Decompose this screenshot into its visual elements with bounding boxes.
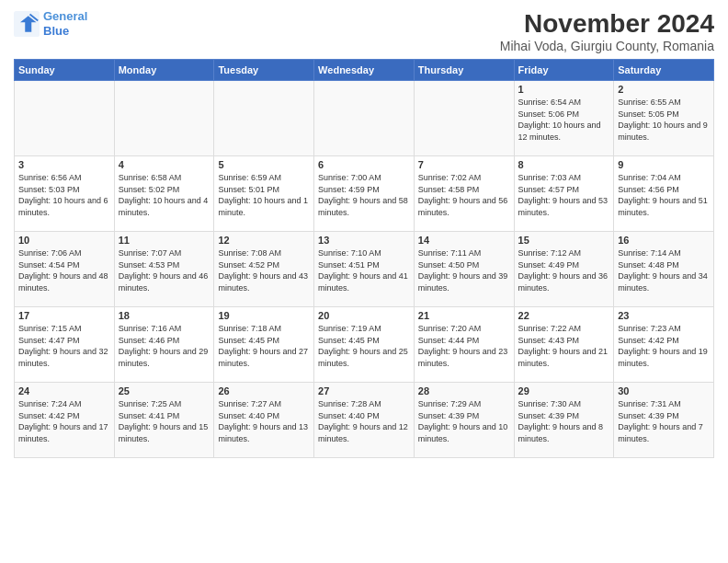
- day-number: 12: [218, 235, 310, 246]
- logo: General Blue: [14, 9, 87, 38]
- day-number: 26: [218, 385, 310, 396]
- col-monday: Monday: [114, 60, 214, 81]
- logo-general: General: [43, 9, 87, 23]
- day-number: 7: [418, 159, 510, 170]
- day-info: Sunrise: 7:29 AM Sunset: 4:39 PM Dayligh…: [418, 398, 510, 444]
- day-info: Sunrise: 7:00 AM Sunset: 4:59 PM Dayligh…: [318, 172, 410, 218]
- day-info: Sunrise: 6:55 AM Sunset: 5:05 PM Dayligh…: [618, 97, 710, 143]
- cell-w1-d6: 1Sunrise: 6:54 AM Sunset: 5:06 PM Daylig…: [514, 81, 614, 156]
- day-info: Sunrise: 7:30 AM Sunset: 4:39 PM Dayligh…: [518, 398, 610, 444]
- cell-w5-d2: 25Sunrise: 7:25 AM Sunset: 4:41 PM Dayli…: [114, 383, 214, 458]
- cell-w4-d4: 20Sunrise: 7:19 AM Sunset: 4:45 PM Dayli…: [314, 307, 415, 383]
- cell-w5-d3: 26Sunrise: 7:27 AM Sunset: 4:40 PM Dayli…: [214, 383, 314, 458]
- cell-w4-d6: 22Sunrise: 7:22 AM Sunset: 4:43 PM Dayli…: [514, 307, 614, 383]
- cell-w2-d4: 6Sunrise: 7:00 AM Sunset: 4:59 PM Daylig…: [314, 156, 415, 232]
- day-info: Sunrise: 7:14 AM Sunset: 4:48 PM Dayligh…: [618, 247, 710, 293]
- col-tuesday: Tuesday: [214, 60, 314, 81]
- day-number: 13: [318, 235, 410, 246]
- day-number: 14: [418, 235, 510, 246]
- day-info: Sunrise: 7:11 AM Sunset: 4:50 PM Dayligh…: [418, 247, 510, 293]
- day-info: Sunrise: 6:56 AM Sunset: 5:03 PM Dayligh…: [18, 172, 110, 218]
- week-row-3: 10Sunrise: 7:06 AM Sunset: 4:54 PM Dayli…: [15, 232, 714, 307]
- day-number: 11: [119, 235, 210, 246]
- logo-text: General Blue: [43, 9, 87, 38]
- cell-w1-d4: [314, 81, 415, 156]
- day-info: Sunrise: 7:04 AM Sunset: 4:56 PM Dayligh…: [618, 172, 710, 218]
- cell-w1-d2: [114, 81, 214, 156]
- col-saturday: Saturday: [614, 60, 714, 81]
- cell-w1-d3: [214, 81, 314, 156]
- cell-w4-d7: 23Sunrise: 7:23 AM Sunset: 4:42 PM Dayli…: [614, 307, 714, 383]
- day-info: Sunrise: 7:08 AM Sunset: 4:52 PM Dayligh…: [218, 247, 310, 293]
- cell-w2-d1: 3Sunrise: 6:56 AM Sunset: 5:03 PM Daylig…: [15, 156, 115, 232]
- cell-w4-d5: 21Sunrise: 7:20 AM Sunset: 4:44 PM Dayli…: [414, 307, 514, 383]
- day-info: Sunrise: 7:28 AM Sunset: 4:40 PM Dayligh…: [318, 398, 410, 444]
- week-row-2: 3Sunrise: 6:56 AM Sunset: 5:03 PM Daylig…: [15, 156, 714, 232]
- day-info: Sunrise: 7:07 AM Sunset: 4:53 PM Dayligh…: [119, 247, 210, 293]
- day-number: 1: [518, 84, 610, 95]
- title-block: November 2024 Mihai Voda, Giurgiu County…: [500, 9, 714, 53]
- cell-w5-d7: 30Sunrise: 7:31 AM Sunset: 4:39 PM Dayli…: [614, 383, 714, 458]
- day-number: 3: [18, 159, 110, 170]
- cell-w5-d6: 29Sunrise: 7:30 AM Sunset: 4:39 PM Dayli…: [514, 383, 614, 458]
- day-number: 28: [418, 385, 510, 396]
- day-number: 27: [318, 385, 410, 396]
- day-number: 24: [18, 385, 110, 396]
- day-info: Sunrise: 7:02 AM Sunset: 4:58 PM Dayligh…: [418, 172, 510, 218]
- day-info: Sunrise: 7:27 AM Sunset: 4:40 PM Dayligh…: [218, 398, 310, 444]
- day-info: Sunrise: 6:59 AM Sunset: 5:01 PM Dayligh…: [218, 172, 310, 218]
- day-info: Sunrise: 7:03 AM Sunset: 4:57 PM Dayligh…: [518, 172, 610, 218]
- cell-w4-d3: 19Sunrise: 7:18 AM Sunset: 4:45 PM Dayli…: [214, 307, 314, 383]
- cell-w2-d6: 8Sunrise: 7:03 AM Sunset: 4:57 PM Daylig…: [514, 156, 614, 232]
- day-number: 2: [618, 84, 710, 95]
- day-info: Sunrise: 6:58 AM Sunset: 5:02 PM Dayligh…: [119, 172, 210, 218]
- day-info: Sunrise: 7:20 AM Sunset: 4:44 PM Dayligh…: [418, 323, 510, 369]
- cell-w3-d4: 13Sunrise: 7:10 AM Sunset: 4:51 PM Dayli…: [314, 232, 415, 307]
- logo-blue: Blue: [43, 24, 69, 38]
- col-sunday: Sunday: [15, 60, 115, 81]
- subtitle: Mihai Voda, Giurgiu County, Romania: [500, 39, 714, 53]
- day-info: Sunrise: 7:19 AM Sunset: 4:45 PM Dayligh…: [318, 323, 410, 369]
- cell-w3-d2: 11Sunrise: 7:07 AM Sunset: 4:53 PM Dayli…: [114, 232, 214, 307]
- cell-w4-d2: 18Sunrise: 7:16 AM Sunset: 4:46 PM Dayli…: [114, 307, 214, 383]
- day-number: 18: [119, 310, 210, 321]
- day-number: 5: [218, 159, 310, 170]
- cell-w5-d5: 28Sunrise: 7:29 AM Sunset: 4:39 PM Dayli…: [414, 383, 514, 458]
- day-info: Sunrise: 7:06 AM Sunset: 4:54 PM Dayligh…: [18, 247, 110, 293]
- day-number: 20: [318, 310, 410, 321]
- main-title: November 2024: [500, 9, 714, 39]
- cell-w3-d5: 14Sunrise: 7:11 AM Sunset: 4:50 PM Dayli…: [414, 232, 514, 307]
- day-number: 21: [418, 310, 510, 321]
- day-number: 29: [518, 385, 610, 396]
- day-number: 6: [318, 159, 410, 170]
- day-number: 22: [518, 310, 610, 321]
- day-number: 16: [618, 235, 710, 246]
- day-info: Sunrise: 7:22 AM Sunset: 4:43 PM Dayligh…: [518, 323, 610, 369]
- day-info: Sunrise: 7:23 AM Sunset: 4:42 PM Dayligh…: [618, 323, 710, 369]
- cell-w1-d5: [414, 81, 514, 156]
- calendar-table: Sunday Monday Tuesday Wednesday Thursday…: [14, 59, 714, 458]
- day-info: Sunrise: 7:31 AM Sunset: 4:39 PM Dayligh…: [618, 398, 710, 444]
- day-number: 17: [18, 310, 110, 321]
- day-number: 9: [618, 159, 710, 170]
- logo-icon: [14, 11, 40, 37]
- calendar-body: 1Sunrise: 6:54 AM Sunset: 5:06 PM Daylig…: [15, 81, 714, 458]
- cell-w2-d3: 5Sunrise: 6:59 AM Sunset: 5:01 PM Daylig…: [214, 156, 314, 232]
- day-number: 25: [119, 385, 210, 396]
- week-row-1: 1Sunrise: 6:54 AM Sunset: 5:06 PM Daylig…: [15, 81, 714, 156]
- cell-w4-d1: 17Sunrise: 7:15 AM Sunset: 4:47 PM Dayli…: [15, 307, 115, 383]
- cell-w5-d1: 24Sunrise: 7:24 AM Sunset: 4:42 PM Dayli…: [15, 383, 115, 458]
- day-number: 10: [18, 235, 110, 246]
- header-row: Sunday Monday Tuesday Wednesday Thursday…: [15, 60, 714, 81]
- day-info: Sunrise: 7:24 AM Sunset: 4:42 PM Dayligh…: [18, 398, 110, 444]
- day-number: 8: [518, 159, 610, 170]
- day-number: 30: [618, 385, 710, 396]
- day-info: Sunrise: 7:10 AM Sunset: 4:51 PM Dayligh…: [318, 247, 410, 293]
- cell-w1-d1: [15, 81, 115, 156]
- day-number: 15: [518, 235, 610, 246]
- day-info: Sunrise: 7:16 AM Sunset: 4:46 PM Dayligh…: [119, 323, 210, 369]
- day-number: 4: [119, 159, 210, 170]
- day-info: Sunrise: 7:25 AM Sunset: 4:41 PM Dayligh…: [119, 398, 210, 444]
- col-wednesday: Wednesday: [314, 60, 415, 81]
- header: General Blue November 2024 Mihai Voda, G…: [14, 9, 714, 53]
